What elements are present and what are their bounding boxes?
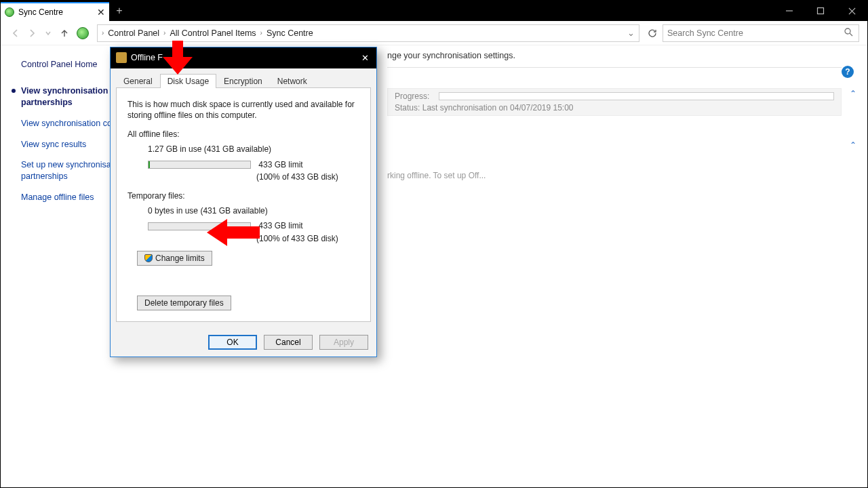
chevron-right-icon: › [260, 29, 262, 37]
all-files-progress-bar [148, 161, 251, 169]
tab-network[interactable]: Network [270, 74, 315, 88]
title-tabstrip: Sync Centre ✕ + [1, 1, 867, 21]
shield-icon [144, 254, 153, 262]
sync-status-row: Progress: Status: Last synchronisation o… [387, 88, 842, 116]
breadcrumb-dropdown-icon[interactable]: ⌄ [627, 28, 635, 38]
temp-files-limit-text: 433 GB limit [258, 220, 302, 231]
all-files-limit-text: 433 GB limit [258, 159, 302, 170]
help-icon[interactable]: ? [842, 66, 854, 78]
temp-files-usage-text: 0 bytes in use (431 GB available) [148, 205, 359, 216]
location-icon [77, 27, 89, 39]
back-button[interactable] [9, 26, 22, 40]
svg-line-5 [850, 33, 852, 36]
annotation-arrow-left [207, 219, 260, 246]
dialog-close-icon[interactable]: ✕ [359, 53, 371, 63]
offline-files-dialog: Offline F ✕ General Disk Usage Encryptio… [110, 47, 377, 357]
temp-files-percent-text: (100% of 433 GB disk) [256, 233, 359, 244]
apply-button[interactable]: Apply [319, 335, 368, 350]
ok-button[interactable]: OK [208, 335, 257, 350]
recent-dropdown[interactable] [41, 26, 55, 40]
dialog-titlebar[interactable]: Offline F ✕ [111, 47, 376, 68]
temp-files-label: Temporary files: [127, 190, 359, 201]
all-offline-files-label: All offline files: [127, 129, 359, 140]
collapse-section-icon[interactable]: ⌃ [850, 140, 856, 150]
sync-icon [5, 7, 14, 17]
crumb-all-items[interactable]: All Control Panel Items [168, 28, 257, 38]
svg-rect-1 [818, 8, 824, 14]
all-files-usage-text: 1.27 GB in use (431 GB available) [148, 144, 359, 155]
dialog-tabs: General Disk Usage Encryption Network [111, 68, 376, 88]
dialog-footer: OK Cancel Apply [111, 327, 376, 357]
delete-temp-button[interactable]: Delete temporary files [137, 296, 231, 310]
explorer-toolbar: › Control Panel › All Control Panel Item… [1, 21, 867, 45]
svg-marker-7 [207, 219, 260, 246]
up-button[interactable] [58, 26, 71, 40]
tab-close-icon[interactable]: ✕ [97, 7, 105, 18]
crumb-control-panel[interactable]: Control Panel [106, 28, 161, 38]
forward-button[interactable] [25, 26, 39, 40]
all-files-percent-text: (100% of 433 GB disk) [256, 171, 359, 182]
chevron-right-icon: › [163, 29, 165, 37]
svg-marker-6 [163, 41, 193, 75]
new-tab-button[interactable]: + [109, 1, 130, 21]
maximize-button[interactable] [805, 1, 836, 21]
tab-encryption[interactable]: Encryption [216, 74, 270, 88]
search-placeholder: Search Sync Centre [667, 28, 743, 38]
progress-bar [439, 92, 834, 100]
collapse-section-icon[interactable]: ⌃ [850, 89, 856, 98]
folder-icon [116, 52, 127, 63]
close-window-button[interactable] [836, 1, 867, 21]
breadcrumb[interactable]: › Control Panel › All Control Panel Item… [97, 24, 639, 42]
crumb-sync-centre[interactable]: Sync Centre [265, 28, 315, 38]
minimize-button[interactable] [774, 1, 805, 21]
cancel-button[interactable]: Cancel [264, 335, 313, 350]
refresh-button[interactable] [645, 28, 660, 38]
change-limits-button[interactable]: Change limits [137, 251, 212, 266]
window-tab[interactable]: Sync Centre ✕ [1, 2, 109, 21]
svg-point-4 [845, 28, 850, 34]
status-label: Status: [395, 103, 420, 113]
offline-hint-text: rking offline. To set up Off... [387, 171, 486, 487]
dialog-intro-text: This is how much disk space is currently… [127, 99, 359, 121]
search-input[interactable]: Search Sync Centre [663, 24, 859, 42]
annotation-arrow-down [163, 41, 193, 76]
dialog-body: This is how much disk space is currently… [116, 87, 371, 322]
tab-title: Sync Centre [18, 7, 63, 17]
search-icon [844, 28, 853, 39]
tab-general[interactable]: General [116, 74, 160, 88]
progress-label: Progress: [395, 92, 429, 101]
chevron-right-icon: › [102, 29, 104, 37]
dialog-title: Offline F [131, 53, 163, 62]
status-text: Last synchronisation on 04/07/2019 15:00 [422, 103, 574, 113]
